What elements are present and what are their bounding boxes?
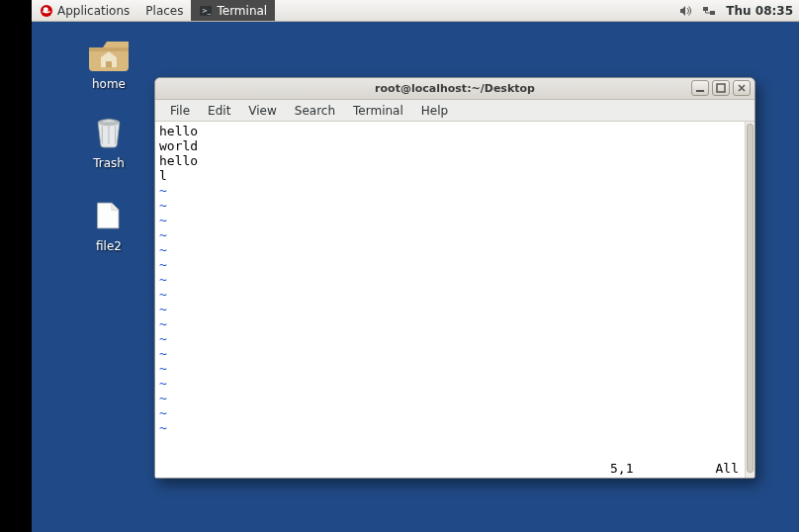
left-black-margin — [0, 0, 32, 532]
menu-view[interactable]: View — [239, 104, 285, 118]
svg-rect-6 — [106, 61, 112, 67]
vim-tilde: ~ — [159, 376, 751, 391]
window-titlebar[interactable]: root@localhost:~/Desktop — [155, 78, 755, 100]
desktop-icon-home-label: home — [71, 77, 146, 91]
scrollbar-thumb[interactable] — [747, 124, 754, 473]
applications-menu[interactable]: Applications — [32, 0, 137, 21]
vim-tilde: ~ — [159, 183, 751, 198]
distro-logo-icon — [40, 4, 53, 18]
desktop-icon-file2[interactable]: file2 — [71, 196, 146, 253]
vim-tilde: ~ — [159, 198, 751, 213]
vim-cursor-position: 5,1 — [610, 461, 633, 476]
taskbar-terminal-label: Terminal — [217, 4, 267, 18]
vim-tilde: ~ — [159, 242, 751, 257]
maximize-button[interactable] — [712, 80, 730, 96]
vim-tilde: ~ — [159, 257, 751, 272]
vim-tilde: ~ — [159, 213, 751, 227]
menu-terminal[interactable]: Terminal — [344, 104, 412, 118]
desktop-icon-trash-label: Trash — [71, 156, 146, 170]
terminal-scrollbar[interactable] — [745, 122, 755, 478]
svg-rect-10 — [717, 84, 725, 92]
places-label: Places — [145, 4, 183, 18]
svg-rect-9 — [696, 90, 704, 92]
vim-tilde: ~ — [159, 420, 751, 435]
volume-icon[interactable] — [678, 4, 692, 18]
panel-clock[interactable]: Thu 08:35 — [726, 4, 793, 18]
desktop-icon-file2-label: file2 — [71, 239, 146, 253]
vim-tilde: ~ — [159, 302, 751, 316]
home-folder-icon — [85, 34, 133, 73]
menu-help[interactable]: Help — [412, 104, 457, 118]
vim-tilde: ~ — [159, 227, 751, 242]
menu-search[interactable]: Search — [286, 104, 344, 118]
vim-tilde: ~ — [159, 331, 751, 346]
file-icon — [85, 196, 133, 235]
network-icon[interactable] — [702, 4, 716, 18]
menu-file[interactable]: File — [161, 104, 199, 118]
desktop-icon-home[interactable]: home — [71, 34, 146, 91]
close-button[interactable] — [733, 80, 751, 96]
content-line: l — [159, 168, 751, 183]
menu-edit[interactable]: Edit — [199, 104, 239, 118]
terminal-icon: >_ — [199, 4, 213, 18]
vim-tilde: ~ — [159, 272, 751, 287]
vim-scope: All — [716, 461, 739, 476]
terminal-window: root@localhost:~/Desktop File Edit View … — [154, 77, 755, 479]
minimize-button[interactable] — [691, 80, 709, 96]
window-title: root@localhost:~/Desktop — [375, 82, 535, 95]
svg-text:>_: >_ — [202, 7, 212, 15]
content-line: hello — [159, 124, 751, 138]
terminal-menubar: File Edit View Search Terminal Help — [155, 100, 755, 122]
applications-label: Applications — [57, 4, 130, 18]
trash-icon — [85, 113, 133, 152]
vim-tilde: ~ — [159, 361, 751, 376]
vim-tilde: ~ — [159, 316, 751, 331]
content-line: world — [159, 138, 751, 153]
vim-status-line: 5,1 All — [155, 461, 745, 476]
desktop-icon-trash[interactable]: Trash — [71, 113, 146, 170]
svg-rect-4 — [703, 7, 708, 11]
vim-tilde: ~ — [159, 287, 751, 302]
terminal-content[interactable]: hello world hello l ~ ~ ~ ~ ~ ~ ~ ~ ~ ~ … — [155, 122, 755, 478]
vim-tilde: ~ — [159, 405, 751, 420]
vim-tilde: ~ — [159, 391, 751, 405]
places-menu[interactable]: Places — [137, 0, 191, 21]
top-panel: Applications Places >_ Terminal Thu 08:3… — [32, 0, 799, 22]
vim-tilde: ~ — [159, 346, 751, 361]
content-line: hello — [159, 153, 751, 168]
taskbar-terminal[interactable]: >_ Terminal — [191, 0, 275, 21]
